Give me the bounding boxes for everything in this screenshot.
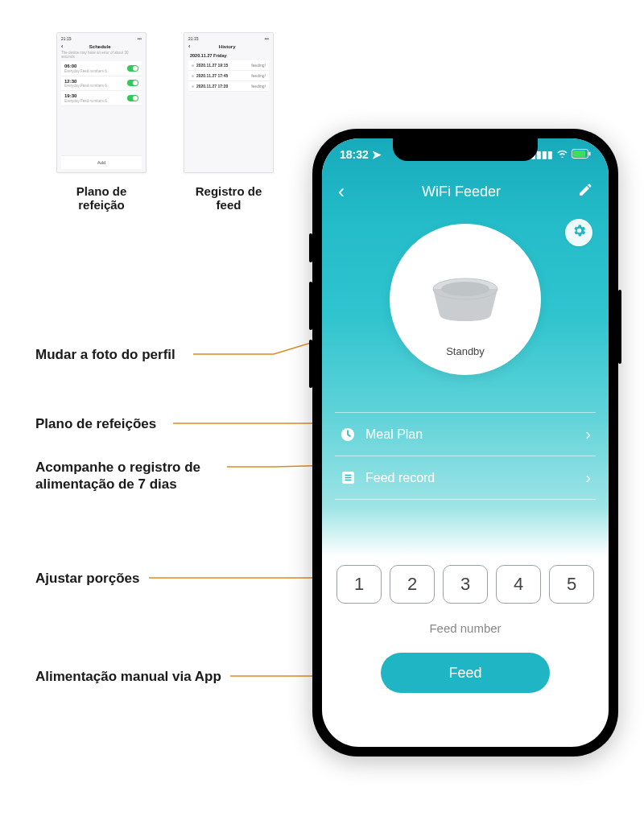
mini-history-phone: 21:15 ••• ‹ History 2020.11.27 Friday 20… <box>184 32 274 212</box>
back-icon[interactable]: ‹ <box>338 180 345 203</box>
portion-5[interactable]: 5 <box>549 565 594 604</box>
portion-4[interactable]: 4 <box>496 565 541 604</box>
phone-mockup: 18:32 ➤ ▮▮▮▮ ‹ WiFi Feeder <box>312 129 618 757</box>
callout-feed-record: Acompanhe o registro de alimentação de 7… <box>35 459 245 493</box>
mini-history-title: History <box>219 44 236 49</box>
svg-point-6 <box>441 282 489 296</box>
toggle-icon <box>127 65 138 72</box>
add-button-mini: Add <box>61 155 142 169</box>
list-icon <box>340 470 356 486</box>
callout-adjust-portions: Ajustar porções <box>35 570 139 587</box>
meal-plan-label: Meal Plan <box>365 427 423 442</box>
chevron-right-icon: › <box>585 468 591 487</box>
callout-manual-feed: Alimentação manual via App <box>35 668 221 685</box>
schedule-row: 12:30 Everyday Feed numbers 6 <box>61 76 142 92</box>
schedule-row: 06:00 Everyday Feed numbers 6 <box>61 61 142 76</box>
toggle-icon <box>127 95 138 101</box>
feed-button[interactable]: Feed <box>381 653 550 693</box>
meal-plan-row[interactable]: Meal Plan › <box>335 412 596 456</box>
location-icon: ➤ <box>372 148 382 161</box>
back-icon: ‹ <box>188 43 190 49</box>
phone-notch <box>393 138 538 161</box>
history-row: 2020.11.27 17:45 feeding! <box>188 71 269 81</box>
mini-status-time: 21:15 <box>61 36 72 41</box>
mini-status-time: 21:15 <box>188 36 199 41</box>
callout-change-photo: Mudar a foto do perfil <box>35 346 175 363</box>
device-avatar[interactable]: Standby <box>390 224 541 375</box>
schedule-row: 19:30 Everyday Feed numbers 6 <box>61 91 142 106</box>
history-row: 2020.11.27 19:15 feeding! <box>188 60 269 71</box>
feed-record-row[interactable]: Feed record › <box>335 456 596 500</box>
chevron-right-icon: › <box>585 425 591 443</box>
history-date: 2020.11.27 Friday <box>188 51 269 60</box>
edit-icon[interactable] <box>578 183 592 200</box>
history-row: 2020.11.27 17:20 feeding! <box>188 81 269 92</box>
mini-status-icons: ••• <box>138 36 142 41</box>
battery-icon <box>572 149 591 161</box>
mini-schedule-subhead: The device may have an error of about 30… <box>61 51 142 59</box>
settings-button[interactable] <box>565 219 592 246</box>
mini-schedule-title: Schedule <box>89 44 111 49</box>
feed-record-label: Feed record <box>365 471 435 485</box>
portion-2[interactable]: 2 <box>390 565 435 604</box>
status-time: 18:32 <box>340 148 369 161</box>
mini-status-icons: ••• <box>265 36 269 41</box>
svg-rect-3 <box>589 151 591 155</box>
bowl-icon <box>427 278 504 326</box>
back-icon: ‹ <box>61 43 63 49</box>
portion-1[interactable]: 1 <box>336 565 382 604</box>
mini-schedule-phone: 21:15 ••• ‹ Schedule The device may have… <box>56 32 147 212</box>
clock-icon <box>340 427 356 443</box>
toggle-icon <box>127 80 138 86</box>
svg-rect-2 <box>573 150 585 157</box>
page-title: WiFi Feeder <box>422 183 501 200</box>
gear-icon <box>572 223 587 242</box>
mini-schedule-caption: Plano de refeição <box>56 184 147 212</box>
avatar-status: Standby <box>446 345 485 357</box>
callout-meal-plan: Plano de refeições <box>35 415 156 432</box>
feed-number-label: Feed number <box>336 621 594 635</box>
portion-3[interactable]: 3 <box>443 565 488 604</box>
wifi-icon <box>556 149 568 160</box>
mini-history-caption: Registro de feed <box>184 184 274 212</box>
